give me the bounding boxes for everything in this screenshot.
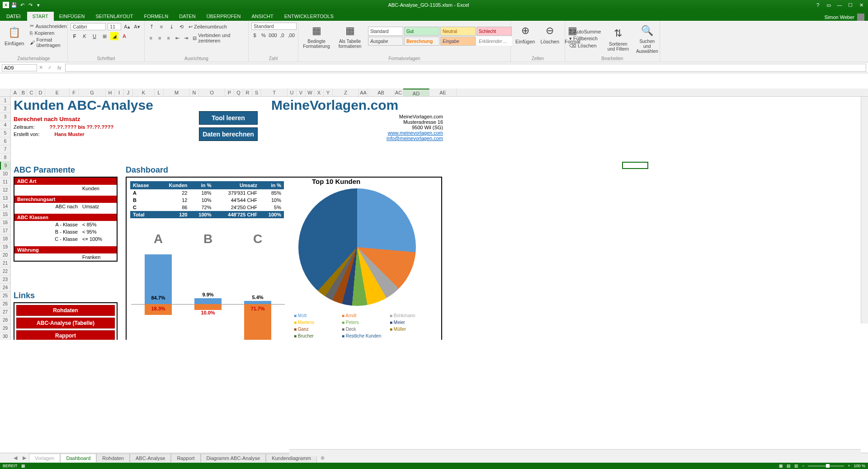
row-headers[interactable]: 1234567891011121314151617181920212223242… (0, 97, 11, 340)
row-header[interactable]: 7 (0, 145, 10, 154)
clear-button[interactable]: ⌫Löschen (568, 42, 602, 49)
row-header[interactable]: 22 (0, 267, 10, 276)
italic-icon[interactable]: K (80, 32, 89, 40)
save-icon[interactable]: 💾 (11, 2, 17, 8)
col-header[interactable]: U (288, 89, 297, 96)
qat-dropdown-icon[interactable]: ▾ (35, 2, 42, 8)
delete-cells-button[interactable]: ⊖Löschen (538, 23, 561, 45)
row-header[interactable]: 12 (0, 186, 10, 194)
col-header[interactable]: V (297, 89, 306, 96)
insert-cells-button[interactable]: ⊕Einfügen (514, 23, 537, 45)
fill-color-icon[interactable]: ◢ (110, 32, 118, 40)
col-header[interactable]: A (11, 89, 20, 96)
row-header[interactable]: 8 (0, 154, 10, 162)
row-header[interactable]: 20 (0, 251, 10, 259)
fill-button[interactable]: ▾Füllbereich (568, 35, 602, 42)
tab-ansicht[interactable]: ANSICHT (246, 12, 278, 21)
sort-filter-button[interactable]: ⇅Sortieren und Filtern (605, 25, 631, 52)
bold-icon[interactable]: F (71, 32, 79, 40)
style-berechnung[interactable]: Berechnung (404, 37, 439, 46)
ribbon-options-icon[interactable]: ▭ (824, 2, 834, 8)
font-name-select[interactable]: Calibri (71, 23, 106, 30)
row-header[interactable]: 23 (0, 276, 10, 284)
align-right-icon[interactable]: ≡ (165, 34, 172, 42)
klasse-b-value[interactable]: < 95% (82, 229, 114, 234)
col-header[interactable]: L (155, 89, 164, 96)
row-header[interactable]: 25 (0, 292, 10, 300)
col-header[interactable]: Q (234, 89, 243, 96)
abc-art-value[interactable]: Kunden (82, 186, 114, 191)
col-header[interactable]: J (124, 89, 133, 96)
row-header[interactable]: 16 (0, 219, 10, 227)
row-header[interactable]: 14 (0, 202, 10, 211)
col-header[interactable]: H (106, 89, 115, 96)
align-center-icon[interactable]: ≡ (156, 34, 163, 42)
undo-icon[interactable]: ↶ (19, 2, 25, 8)
style-ausgabe[interactable]: Ausgabe (368, 37, 403, 46)
autosum-button[interactable]: ΣAutoSumme (568, 28, 602, 35)
grow-font-icon[interactable]: A▴ (123, 23, 131, 31)
col-header[interactable]: X (315, 89, 324, 96)
currency-icon[interactable]: $ (251, 31, 258, 39)
indent-inc-icon[interactable]: ⇥ (183, 34, 189, 42)
row-header[interactable]: 15 (0, 211, 10, 219)
row-header[interactable]: 10 (0, 170, 10, 178)
help-icon[interactable]: ? (813, 2, 823, 8)
row-header[interactable]: 6 (0, 137, 10, 145)
paste-button[interactable]: 📋 Einfügen (3, 24, 26, 47)
comma-icon[interactable]: 000 (269, 31, 277, 39)
col-header[interactable]: B (20, 89, 27, 96)
percent-icon[interactable]: % (260, 31, 267, 39)
col-header[interactable]: AA (359, 89, 368, 96)
col-header[interactable]: AC (394, 89, 403, 96)
col-header[interactable]: E (45, 89, 70, 96)
row-header[interactable]: 13 (0, 194, 10, 202)
row-header[interactable]: 2 (0, 105, 10, 113)
col-header[interactable]: C (27, 89, 36, 96)
formula-input[interactable] (65, 64, 866, 72)
row-header[interactable]: 29 (0, 324, 10, 333)
klasse-c-value[interactable]: <= 100% (82, 236, 114, 242)
orientation-icon[interactable]: ⟲ (177, 23, 185, 31)
row-header[interactable]: 24 (0, 284, 10, 292)
inc-decimal-icon[interactable]: ,0 (278, 31, 285, 39)
indent-dec-icon[interactable]: ⇤ (174, 34, 180, 42)
underline-icon[interactable]: U (90, 32, 99, 40)
col-header[interactable]: M (164, 89, 190, 96)
align-top-icon[interactable]: ⤒ (147, 23, 156, 31)
link-button[interactable]: Rohdaten (16, 305, 115, 316)
tab-ueberpruefen[interactable]: ÜBERPRÜFEN (201, 12, 246, 21)
name-box[interactable]: AD9 (2, 64, 37, 71)
link-button[interactable]: Rapport (16, 330, 115, 340)
daten-berechnen-button[interactable]: Daten berechnen (199, 127, 258, 141)
style-schlecht[interactable]: Schlecht (476, 27, 512, 36)
align-left-icon[interactable]: ≡ (147, 34, 154, 42)
row-header[interactable]: 27 (0, 308, 10, 316)
row-header[interactable]: 21 (0, 259, 10, 267)
tab-einfuegen[interactable]: EINFÜGEN (54, 12, 90, 21)
merge-center-button[interactable]: ⊟Verbinden und zentrieren (191, 32, 245, 44)
font-size-select[interactable]: 11 (108, 23, 121, 30)
col-header[interactable]: N (190, 89, 199, 96)
tab-start[interactable]: START (27, 12, 54, 21)
col-header[interactable]: F (70, 89, 79, 96)
align-bottom-icon[interactable]: ⤓ (167, 23, 175, 31)
tab-entwicklertools[interactable]: ENTWICKLERTOOLS (279, 12, 339, 21)
tab-daten[interactable]: DATEN (174, 12, 201, 21)
col-header[interactable]: W (306, 89, 315, 96)
user-name[interactable]: Simon Weber (825, 14, 854, 20)
col-header[interactable]: AE (429, 89, 457, 96)
style-eingabe[interactable]: Eingabe (440, 37, 476, 46)
row-header[interactable]: 17 (0, 227, 10, 235)
link-button[interactable]: ABC-Analyse (Tabelle) (16, 318, 115, 328)
worksheet-grid[interactable]: ABCDEFGHIJKLMNOPQRSTUVWXYZAAABACADAE 123… (0, 73, 868, 340)
row-header[interactable]: 4 (0, 121, 10, 129)
tab-seitenlayout[interactable]: SEITENLAYOUT (90, 12, 138, 21)
column-headers[interactable]: ABCDEFGHIJKLMNOPQRSTUVWXYZAAABACADAE (0, 89, 868, 97)
user-avatar-icon[interactable] (857, 14, 864, 21)
col-header[interactable]: I (115, 89, 124, 96)
cancel-formula-icon[interactable]: ✕ (37, 65, 45, 70)
active-cell[interactable] (622, 162, 648, 169)
find-select-button[interactable]: 🔍Suchen und Auswählen (634, 23, 660, 55)
col-header[interactable]: T (261, 89, 288, 96)
